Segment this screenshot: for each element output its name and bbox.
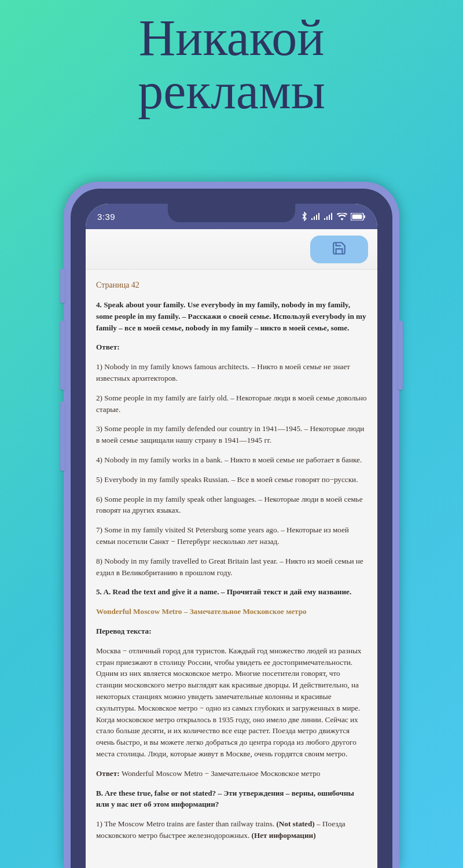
svg-rect-5 xyxy=(326,216,328,220)
answer-item: 6) Some people in my family speak other … xyxy=(96,494,367,517)
signal-icon xyxy=(324,213,333,220)
answer-item: 4) Nobody in my family works in a bank. … xyxy=(96,454,367,466)
svg-rect-7 xyxy=(331,213,332,220)
answer-label: Ответ: xyxy=(96,341,367,353)
answer-item: 7) Some in my family visited St Petersbu… xyxy=(96,524,367,547)
bluetooth-icon xyxy=(301,212,308,221)
svg-rect-6 xyxy=(329,215,330,220)
metro-paragraph: Когда московское метро открылось в 1935 … xyxy=(96,714,367,760)
answer-item: 8) Nobody in my family travelled to Grea… xyxy=(96,556,367,579)
metro-paragraph: Москва − отличный город для туристов. Ка… xyxy=(96,645,367,714)
phone-side-button xyxy=(60,402,65,471)
phone-notch xyxy=(168,204,295,222)
svg-rect-4 xyxy=(324,218,325,220)
task-5: 5. A. Read the text and give it a name. … xyxy=(96,586,367,598)
svg-rect-1 xyxy=(314,216,315,220)
phone-screen: 3:39 xyxy=(86,204,377,868)
signal-icon xyxy=(311,213,321,220)
toolbar xyxy=(86,229,377,270)
answer-2: Ответ: Wonderful Moscow Metro − Замечате… xyxy=(96,768,367,779)
phone-bezel: 3:39 xyxy=(71,189,392,868)
answer-item: 1) Nobody in my family knows famous arch… xyxy=(96,361,367,384)
metro-title: Wonderful Moscow Metro – Замечательное М… xyxy=(96,606,367,617)
translation-label: Перевод текста: xyxy=(96,626,367,637)
headline-line1: Никакой xyxy=(0,12,463,65)
save-button[interactable] xyxy=(310,236,368,263)
svg-rect-0 xyxy=(311,218,313,220)
content-area[interactable]: Страница 42 4. Speak about your family. … xyxy=(86,270,377,868)
answer-item: 3) Some people in my family defended our… xyxy=(96,423,367,446)
answer-item: 2) Some people in my family are fairly o… xyxy=(96,392,367,415)
svg-rect-3 xyxy=(318,213,319,220)
svg-rect-9 xyxy=(352,214,362,219)
status-time: 3:39 xyxy=(97,212,115,222)
answer-item: 5) Everybody in my family speaks Russian… xyxy=(96,474,367,486)
status-icons xyxy=(301,212,366,221)
task-4: 4. Speak about your family. Use everybod… xyxy=(96,299,367,333)
headline-line2: рекламы xyxy=(0,65,463,118)
phone-side-button xyxy=(60,269,65,303)
phone-side-button xyxy=(60,321,65,390)
battery-icon xyxy=(351,213,366,220)
svg-rect-10 xyxy=(364,215,365,218)
svg-rect-2 xyxy=(316,215,317,220)
wifi-icon xyxy=(337,213,347,220)
phone-frame: 3:39 xyxy=(64,182,399,868)
phone-side-button xyxy=(398,321,403,390)
task-b: B. Are these true, false or not stated? … xyxy=(96,788,367,811)
save-icon xyxy=(332,241,347,258)
b-item: 1) The Moscow Metro trains are faster th… xyxy=(96,818,367,841)
page-label: Страница 42 xyxy=(96,279,367,291)
